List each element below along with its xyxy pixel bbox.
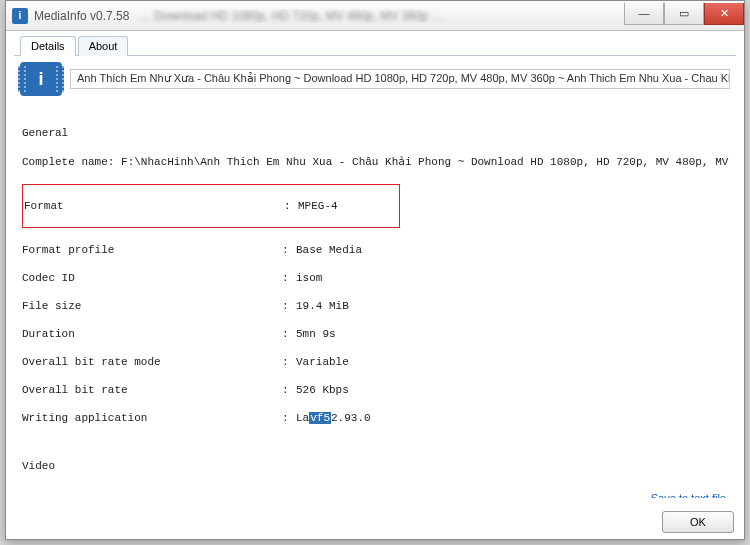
row-complete-name: Complete name: F:\NhacHinh\Anh Thich Em … bbox=[22, 155, 728, 169]
close-button[interactable]: ✕ bbox=[704, 3, 744, 25]
media-info-text: General Complete name: F:\NhacHinh\Anh T… bbox=[20, 102, 730, 490]
save-to-text-link[interactable]: Save to text file bbox=[651, 492, 726, 498]
row-obr: Overall bit rate: 526 Kbps bbox=[22, 383, 728, 397]
file-row: i Anh Thích Em Như Xưa - Châu Khải Phong… bbox=[20, 62, 730, 96]
row-format-profile: Format profile: Base Media bbox=[22, 243, 728, 257]
row-format: Format: MPEG-4 bbox=[24, 199, 398, 213]
selected-text: vf5 bbox=[309, 412, 331, 424]
row-file-size: File size: 19.4 MiB bbox=[22, 299, 728, 313]
titlebar[interactable]: i MediaInfo v0.7.58 … Download HD 1080p,… bbox=[6, 1, 744, 31]
tab-details[interactable]: Details bbox=[20, 36, 76, 56]
ok-button[interactable]: OK bbox=[662, 511, 734, 533]
app-window: i MediaInfo v0.7.58 … Download HD 1080p,… bbox=[5, 0, 745, 540]
row-obr-mode: Overall bit rate mode: Variable bbox=[22, 355, 728, 369]
footer: OK bbox=[662, 511, 734, 533]
app-icon: i bbox=[12, 8, 28, 24]
client-area: Details About i Anh Thích Em Như Xưa - C… bbox=[14, 35, 736, 499]
mediainfo-icon: i bbox=[20, 62, 62, 96]
window-controls: — ▭ ✕ bbox=[624, 7, 744, 25]
tab-about[interactable]: About bbox=[78, 36, 129, 56]
save-link-row: Save to text file bbox=[20, 490, 730, 498]
section-video: Video bbox=[22, 459, 728, 473]
details-panel: i Anh Thích Em Như Xưa - Châu Khải Phong… bbox=[14, 56, 736, 498]
tabstrip: Details About bbox=[14, 35, 736, 56]
row-codec-id: Codec ID: isom bbox=[22, 271, 728, 285]
highlight-box-format: Format: MPEG-4 bbox=[22, 184, 400, 228]
window-title: MediaInfo v0.7.58 … Download HD 1080p, H… bbox=[34, 9, 624, 23]
row-duration: Duration: 5mn 9s bbox=[22, 327, 728, 341]
maximize-button[interactable]: ▭ bbox=[664, 3, 704, 25]
minimize-button[interactable]: — bbox=[624, 3, 664, 25]
title-blurred-suffix: … Download HD 1080p, HD 720p, MV 480p, M… bbox=[139, 9, 444, 23]
row-writing-app: Writing application: Lavf52.93.0 bbox=[22, 411, 728, 425]
section-general: General bbox=[22, 126, 728, 140]
file-path-input[interactable]: Anh Thích Em Như Xưa - Châu Khải Phong ~… bbox=[70, 69, 730, 89]
row-id: ID: 1 bbox=[22, 488, 728, 490]
